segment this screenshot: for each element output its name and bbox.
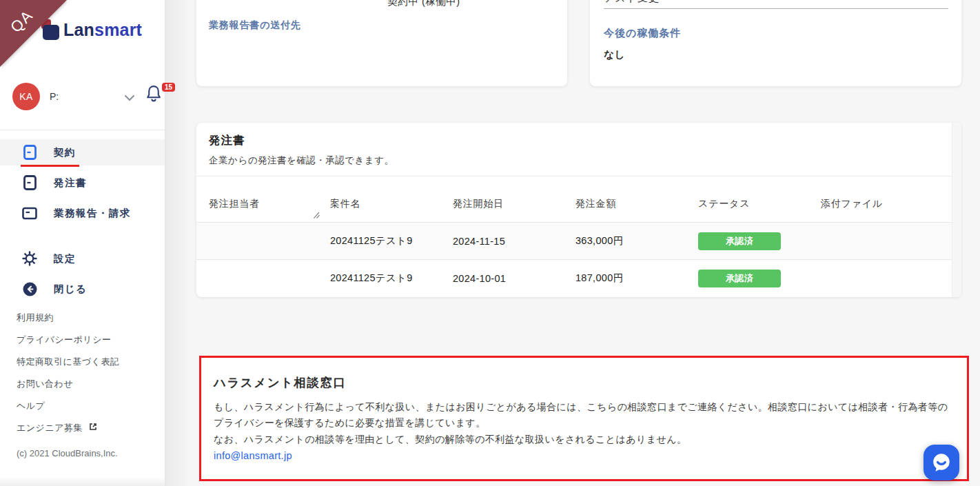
status-badge: 承認済: [698, 270, 781, 287]
cell-amount: 187,000円: [575, 272, 698, 285]
column-header: 発注担当者: [209, 198, 330, 210]
document-icon: [22, 175, 37, 190]
column-header: ステータス: [698, 198, 821, 210]
contract-status-value: 契約中 (稼働中): [348, 0, 500, 8]
notification-count-badge: 15: [162, 83, 175, 92]
column-header: 添付ファイル: [821, 198, 952, 210]
sidebar-item-label: 設定: [54, 252, 76, 265]
active-indicator: [21, 165, 79, 167]
column-header: 発注金額: [575, 198, 698, 210]
harassment-body: もし、ハラスメント行為によって不利な扱い、またはお困りごとがある場合には、こちら…: [214, 399, 957, 447]
future-conditions-heading: 今後の稼働条件: [604, 27, 681, 40]
sidebar-item-label: 閉じる: [54, 283, 88, 296]
cell-amount: 363,000円: [575, 234, 698, 247]
cell-status: 承認済: [698, 270, 821, 287]
column-header: 案件名: [330, 198, 453, 210]
link-contact[interactable]: お問い合わせ: [17, 378, 119, 400]
cell-start-date: 2024-11-15: [453, 236, 575, 247]
cell-start-date: 2024-10-01: [453, 273, 575, 284]
copyright: (c) 2021 CloudBrains,Inc.: [17, 448, 119, 458]
document-icon: [22, 145, 37, 160]
sidebar-item-purchase-orders[interactable]: 発注書: [0, 170, 165, 196]
sidebar-footer: 利用規約 プライバシーポリシー 特定商取引に基づく表記 お問い合わせ ヘルプ エ…: [17, 312, 119, 458]
sidebar-item-reports-invoices[interactable]: 業務報告・請求: [0, 200, 165, 226]
user-name: P:: [50, 91, 59, 102]
sidebar-item-label: 発注書: [54, 176, 87, 190]
sidebar-item-close[interactable]: 閉じる: [0, 276, 165, 302]
sidebar-menu: 契約 発注書 業務報告・請求: [0, 139, 165, 306]
sidebar-divider: [0, 130, 165, 130]
table-scrollbar-track[interactable]: [952, 123, 961, 297]
folder-icon: [22, 207, 37, 220]
table-row: 20241125テスト9 2024-10-01 187,000円 承認済: [196, 259, 952, 296]
harassment-counter-card: ハラスメント相談窓口 もし、ハラスメント行為によって不利な扱い、またはお困りごと…: [199, 356, 969, 481]
report-destination-label: 業務報告書の送付先: [209, 19, 301, 32]
contract-status-card: 契約中 (稼働中) 業務報告書の送付先: [196, 0, 567, 86]
future-conditions-card: テスト変更 今後の稼働条件 なし: [590, 0, 961, 86]
resize-grip-icon[interactable]: [312, 210, 320, 222]
chevron-down-icon[interactable]: [124, 92, 135, 104]
sidebar-item-label: 業務報告・請求: [54, 207, 131, 220]
cell-project-name: 20241125テスト9: [330, 272, 453, 285]
future-conditions-value: なし: [604, 48, 626, 61]
app-title: Lansmart: [63, 20, 142, 40]
cell-project-name: 20241125テスト9: [330, 234, 453, 247]
link-commercial-transactions[interactable]: 特定商取引に基づく表記: [17, 356, 119, 378]
menu-group-gap: [0, 230, 165, 245]
status-change-input-value: テスト変更: [604, 0, 660, 5]
sidebar-item-contract[interactable]: 契約: [0, 139, 165, 165]
main-content: 契約中 (稼働中) 業務報告書の送付先 テスト変更 今後の稼働条件 なし 発注書…: [165, 0, 980, 486]
status-badge: 承認済: [698, 232, 781, 250]
chat-bubble-icon: [930, 452, 952, 474]
bell-icon: [145, 84, 163, 103]
sidebar: QA Lansmart KA P: 15 契約: [0, 0, 165, 486]
link-engineer-recruit[interactable]: エンジニア募集: [17, 422, 119, 444]
external-link-icon: [88, 423, 98, 434]
avatar: KA: [12, 83, 40, 110]
sidebar-item-label: 契約: [54, 146, 76, 159]
column-header: 発注開始日: [453, 198, 575, 210]
sidebar-item-settings[interactable]: 設定: [0, 245, 165, 272]
harassment-title: ハラスメント相談窓口: [214, 374, 346, 391]
table-header-row: 発注担当者 案件名 発注開始日 発注金額 ステータス 添付ファイル: [196, 176, 952, 222]
user-menu[interactable]: KA P: 15: [12, 81, 165, 112]
notifications-bell[interactable]: 15: [145, 84, 172, 112]
link-terms[interactable]: 利用規約: [17, 312, 119, 334]
cell-status: 承認済: [698, 232, 821, 250]
purchase-orders-card: 発注書 企業からの発注書を確認・承認できます。 発注担当者 案件名 発注開始日 …: [196, 123, 961, 297]
status-change-input[interactable]: テスト変更: [604, 0, 948, 9]
collapse-icon: [22, 282, 37, 296]
purchase-orders-title: 発注書: [209, 133, 245, 148]
gear-icon: [22, 251, 37, 266]
link-privacy-policy[interactable]: プライバシーポリシー: [17, 334, 119, 356]
table-row: 20241125テスト9 2024-11-15 363,000円 承認済: [196, 222, 952, 259]
chat-launcher-button[interactable]: [923, 445, 959, 480]
link-help[interactable]: ヘルプ: [17, 400, 119, 422]
purchase-orders-subtitle: 企業からの発注書を確認・承認できます。: [209, 154, 394, 167]
qa-ribbon: [0, 0, 67, 67]
harassment-email-link[interactable]: info@lansmart.jp: [214, 450, 292, 461]
